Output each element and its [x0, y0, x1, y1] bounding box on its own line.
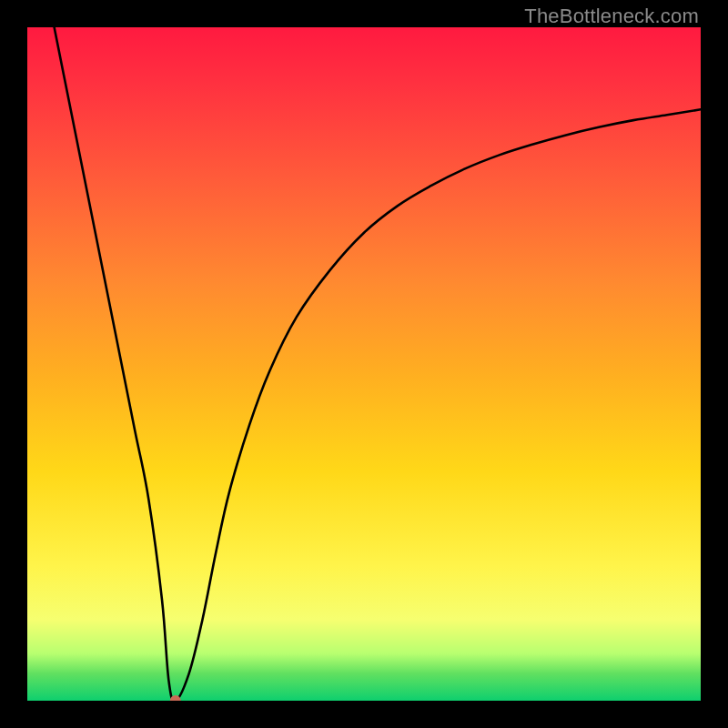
chart-frame: TheBottleneck.com: [0, 0, 728, 728]
plot-area: [27, 27, 701, 701]
bottleneck-curve: [27, 27, 701, 701]
watermark-text: TheBottleneck.com: [524, 5, 699, 28]
